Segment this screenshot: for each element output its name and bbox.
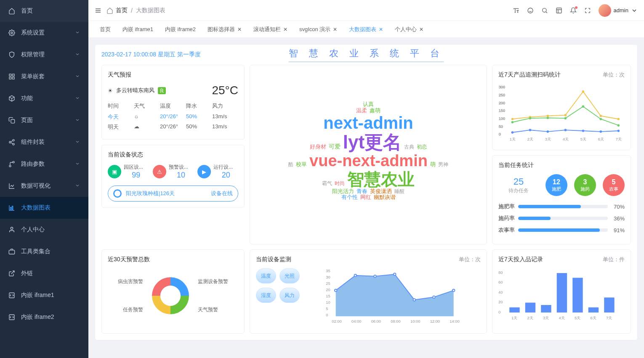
input-rec-title: 近7天投入品记录	[498, 256, 543, 263]
sidebar-label: 权限管理	[21, 51, 45, 58]
svg-text:3天: 3天	[543, 316, 549, 320]
svg-text:20: 20	[498, 300, 503, 304]
device-row[interactable]: 阳光玫瑰种植|126天 设备在线	[108, 186, 238, 202]
tab[interactable]: 内嵌 iframe1	[117, 23, 158, 36]
dev-stat-label: 预警设...	[169, 164, 194, 171]
svg-point-39	[600, 118, 602, 120]
chevron-down-icon	[75, 117, 80, 124]
progress-value: 91%	[611, 227, 625, 233]
smile-icon[interactable]	[527, 7, 534, 14]
weather-title: 天气预报	[108, 71, 238, 79]
monitor-btn-temp[interactable]: 温度	[256, 268, 276, 284]
sidebar-item[interactable]: 大数据图表	[0, 197, 88, 219]
progress-label: 施药率	[498, 215, 515, 222]
wordcloud-word: 认真	[363, 101, 374, 107]
sidebar-item[interactable]: 菜单嵌套	[0, 66, 88, 88]
user-icon	[8, 226, 16, 233]
embed-icon	[8, 314, 16, 321]
dev-stat-num: 10	[169, 171, 194, 180]
svg-point-69	[452, 289, 455, 292]
monitor-btn-wind[interactable]: 风力	[279, 288, 300, 303]
tab[interactable]: svgIcon 演示✕	[294, 23, 342, 36]
sidebar-item[interactable]: 组件封装	[0, 131, 88, 153]
sidebar-item[interactable]: 页面	[0, 109, 88, 131]
close-icon[interactable]: ✕	[283, 27, 287, 32]
tab[interactable]: 大数据图表✕	[344, 23, 388, 36]
task-circle-3: 5农事	[603, 174, 625, 196]
bell-icon[interactable]	[570, 7, 577, 14]
wordcloud-word: next-admin	[323, 114, 413, 132]
svg-text:0: 0	[499, 132, 501, 136]
close-icon[interactable]: ✕	[379, 27, 383, 32]
sidebar-label: 内嵌 iframe1	[21, 292, 54, 299]
tab[interactable]: 内嵌 iframe2	[160, 23, 201, 36]
svg-rect-86	[572, 278, 583, 313]
tab-label: 内嵌 iframe1	[122, 26, 153, 33]
dev-stat-icon: ▶	[197, 165, 211, 178]
svg-point-27	[511, 118, 514, 120]
chevron-down-icon	[75, 51, 80, 58]
svg-text:7天: 7天	[616, 137, 622, 141]
sidebar-label: 大数据图表	[21, 204, 51, 212]
wordcloud-word: 校草	[296, 162, 307, 167]
sidebar-item[interactable]: 个人中心	[0, 219, 88, 241]
sidebar-item[interactable]: 数据可视化	[0, 175, 88, 197]
chevron-down-icon	[75, 183, 80, 189]
progress-value: 70%	[611, 204, 625, 210]
tab[interactable]: 滚动通知栏✕	[248, 23, 293, 36]
svg-rect-87	[588, 308, 599, 313]
sidebar-item[interactable]: 功能	[0, 88, 88, 109]
svg-text:200: 200	[499, 101, 506, 105]
close-icon[interactable]: ✕	[333, 27, 337, 32]
dev-stat-num: 99	[124, 171, 149, 180]
sidebar-item[interactable]: 系统设置	[0, 22, 88, 44]
svg-text:20: 20	[326, 288, 330, 292]
wordcloud-word: 酷	[288, 162, 293, 167]
svg-point-34	[511, 121, 514, 124]
weather-prec: 50%	[186, 113, 212, 121]
scan-stats-title: 近7天产品追溯扫码统计	[498, 71, 561, 79]
progress-label: 农事率	[498, 226, 515, 234]
svg-point-30	[564, 114, 567, 117]
collapse-icon[interactable]	[95, 7, 101, 14]
svg-text:250: 250	[499, 93, 506, 97]
weather-wind: 13m/s	[212, 123, 238, 131]
sidebar-label: 外链	[21, 270, 33, 277]
close-icon[interactable]: ✕	[237, 27, 242, 32]
wordcloud-word: 温柔	[356, 108, 367, 114]
area-chart: 35302520151050 02:0004:0006:0008:0010:00…	[305, 268, 481, 327]
sidebar-item[interactable]: 内嵌 iframe2	[0, 306, 88, 328]
close-icon[interactable]: ✕	[419, 27, 423, 32]
tab[interactable]: 图标选择器✕	[202, 23, 247, 36]
monitor-btn-light[interactable]: 光照	[279, 268, 300, 284]
weather-icon: ☼	[134, 113, 160, 121]
user-menu[interactable]: admin	[599, 4, 638, 17]
sidebar-item[interactable]: 内嵌 iframe1	[0, 284, 88, 306]
breadcrumb-home[interactable]: 首页	[116, 7, 128, 14]
svg-point-42	[529, 129, 532, 131]
tab[interactable]: 首页	[95, 23, 116, 36]
svg-text:60: 60	[498, 280, 503, 284]
tab[interactable]: 个人中心✕	[390, 23, 428, 36]
wordcloud-word: 青春	[357, 188, 367, 194]
weather-header: 温度	[160, 102, 186, 110]
dev-stat-icon: ⚠	[153, 165, 166, 178]
sidebar-item[interactable]: 首页	[0, 0, 88, 22]
monitor-btn-humid[interactable]: 湿度	[256, 288, 276, 303]
sidebar-item[interactable]: 外链	[0, 263, 88, 284]
layout-icon[interactable]	[556, 7, 562, 14]
search-icon[interactable]	[541, 7, 548, 14]
svg-point-10	[13, 161, 14, 163]
progress-row: 施药率36%	[498, 215, 625, 222]
text-size-icon[interactable]	[513, 7, 519, 14]
fullscreen-icon[interactable]	[584, 7, 591, 14]
dev-stat: ▶运行设...20	[197, 164, 238, 180]
sidebar-item[interactable]: 路由参数	[0, 153, 88, 175]
sidebar-item[interactable]: 工具类集合	[0, 241, 88, 263]
svg-text:4天: 4天	[559, 316, 564, 320]
pie-chart	[147, 273, 194, 319]
dev-stat-num: 20	[213, 171, 238, 180]
svg-text:3天: 3天	[545, 137, 551, 141]
svg-rect-88	[604, 297, 614, 313]
sidebar-item[interactable]: 权限管理	[0, 44, 88, 66]
